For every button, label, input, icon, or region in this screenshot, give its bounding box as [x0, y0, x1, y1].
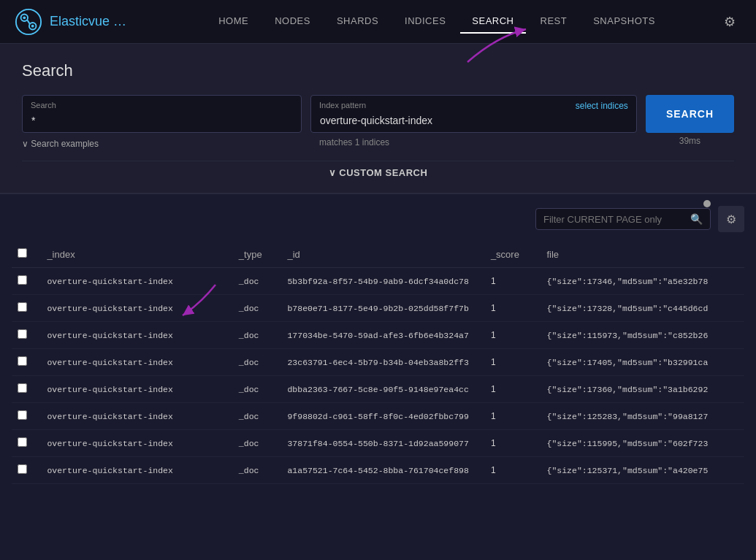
nav-nodes[interactable]: NODES [263, 9, 322, 34]
search-icon: 🔍 [690, 213, 703, 225]
results-toolbar: 🔍 ⚙ [12, 206, 744, 232]
row-type: _doc [233, 376, 282, 403]
filter-wrap[interactable]: 🔍 [535, 208, 711, 230]
row-type: _doc [233, 403, 282, 430]
table-row: overture-quickstart-index _doc 37871f84-… [12, 430, 744, 457]
search-examples-toggle[interactable]: ∨ Search examples [22, 139, 302, 149]
index-pattern-label: Index pattern [319, 101, 366, 110]
nav-rest[interactable]: REST [529, 9, 579, 34]
col-index[interactable]: _index [41, 241, 232, 268]
nav-indices[interactable]: INDICES [393, 9, 457, 34]
row-checkbox[interactable] [18, 437, 27, 447]
row-type: _doc [233, 268, 282, 295]
table-row: overture-quickstart-index _doc 23c63791-… [12, 349, 744, 376]
search-button[interactable]: SEARCH [646, 95, 734, 133]
row-checkbox[interactable] [18, 410, 27, 420]
row-score: 1 [485, 268, 541, 295]
row-checkbox-cell [12, 349, 41, 376]
row-score: 1 [485, 322, 541, 349]
row-index: overture-quickstart-index [41, 268, 232, 295]
row-file: {"size":125371,"md5sum":"a420e75 [541, 457, 744, 484]
row-id: a1a57521-7c64-5452-8bba-761704cef898 [281, 457, 484, 484]
select-indices-link[interactable]: select indices [576, 101, 628, 111]
row-file: {"size":17405,"md5sum":"b32991ca [541, 349, 744, 376]
row-index: overture-quickstart-index [41, 430, 232, 457]
row-id: 5b3bf92a-8f57-54b9-9ab9-6dcf34a0dc78 [281, 268, 484, 295]
search-time: 39ms [679, 136, 700, 146]
row-score: 1 [485, 457, 541, 484]
row-checkbox-cell [12, 295, 41, 322]
table-row: overture-quickstart-index _doc dbba2363-… [12, 376, 744, 403]
row-score: 1 [485, 376, 541, 403]
search-button-wrap: SEARCH 39ms [646, 95, 734, 146]
row-score: 1 [485, 349, 541, 376]
row-index: overture-quickstart-index [41, 403, 232, 430]
row-checkbox[interactable] [18, 302, 27, 312]
nav-snapshots[interactable]: SNAPSHOTS [581, 9, 667, 34]
row-id: 37871f84-0554-550b-8371-1d92aa599077 [281, 430, 484, 457]
svg-point-5 [31, 24, 34, 27]
row-file: {"size":17360,"md5sum":"3a1b6292 [541, 376, 744, 403]
nav-home[interactable]: HOME [207, 9, 260, 34]
row-score: 1 [485, 430, 541, 457]
settings-icon[interactable]: ⚙ [718, 8, 741, 36]
row-checkbox-cell [12, 457, 41, 484]
row-index: overture-quickstart-index [41, 349, 232, 376]
col-type[interactable]: _type [233, 241, 282, 268]
row-checkbox-cell [12, 376, 41, 403]
app-title: Elasticvue … [50, 14, 126, 29]
row-type: _doc [233, 295, 282, 322]
row-index: overture-quickstart-index [41, 295, 232, 322]
search-query-input[interactable] [22, 95, 302, 133]
row-index: overture-quickstart-index [41, 376, 232, 403]
svg-line-3 [27, 20, 30, 24]
table-row: overture-quickstart-index _doc 177034be-… [12, 322, 744, 349]
navbar: Elasticvue … HOME NODES SHARDS INDICES S… [0, 0, 756, 44]
row-score: 1 [485, 403, 541, 430]
row-score: 1 [485, 295, 541, 322]
row-checkbox[interactable] [18, 329, 27, 339]
svg-point-4 [23, 16, 26, 19]
row-type: _doc [233, 349, 282, 376]
row-type: _doc [233, 430, 282, 457]
row-type: _doc [233, 322, 282, 349]
search-row: Search ∨ Search examples Index pattern s… [22, 95, 734, 149]
row-file: {"size":115973,"md5sum":"c852b26 [541, 322, 744, 349]
nav-shards[interactable]: SHARDS [325, 9, 390, 34]
filter-input[interactable] [543, 214, 684, 225]
app-logo[interactable]: Elasticvue … [15, 8, 126, 36]
status-dot [703, 200, 711, 207]
row-index: overture-quickstart-index [41, 322, 232, 349]
row-checkbox[interactable] [18, 275, 27, 285]
row-file: {"size":125283,"md5sum":"99a8127 [541, 403, 744, 430]
results-panel: 🔍 ⚙ _index _type _id _score file [0, 194, 756, 484]
results-settings-button[interactable]: ⚙ [718, 206, 744, 232]
page-title: Search [22, 61, 734, 80]
custom-search-toggle[interactable]: ∨ CUSTOM SEARCH [22, 161, 734, 178]
nav-links: HOME NODES SHARDS INDICES SEARCH REST SN… [156, 9, 718, 34]
table-header-row: _index _type _id _score file [12, 241, 744, 268]
row-id: b78e0e71-8177-5e49-9b2b-025dd58f7f7b [281, 295, 484, 322]
col-file[interactable]: file [541, 241, 744, 268]
row-type: _doc [233, 457, 282, 484]
select-all-checkbox[interactable] [18, 248, 27, 258]
row-checkbox-cell [12, 268, 41, 295]
search-query-wrap: Search ∨ Search examples [22, 95, 302, 149]
col-id[interactable]: _id [281, 241, 484, 268]
row-file: {"size":115995,"md5sum":"602f723 [541, 430, 744, 457]
nav-search[interactable]: SEARCH [460, 9, 525, 34]
row-id: 9f98802d-c961-58ff-8f0c-4ed02fbbc799 [281, 403, 484, 430]
col-score[interactable]: _score [485, 241, 541, 268]
row-index: overture-quickstart-index [41, 457, 232, 484]
select-all-header [12, 241, 41, 268]
row-checkbox-cell [12, 430, 41, 457]
table-row: overture-quickstart-index _doc b78e0e71-… [12, 295, 744, 322]
row-checkbox[interactable] [18, 356, 27, 366]
search-query-label: Search [31, 101, 56, 110]
row-checkbox-cell [12, 322, 41, 349]
table-row: overture-quickstart-index _doc 5b3bf92a-… [12, 268, 744, 295]
row-checkbox[interactable] [18, 464, 27, 474]
row-checkbox[interactable] [18, 383, 27, 393]
row-id: 177034be-5470-59ad-afe3-6fb6e4b324a7 [281, 322, 484, 349]
matches-text: matches 1 indices [310, 137, 637, 147]
